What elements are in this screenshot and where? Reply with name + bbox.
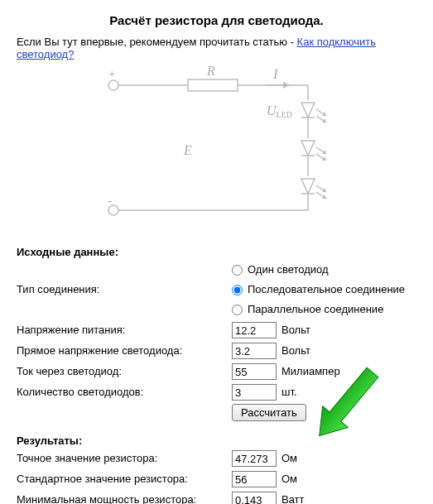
supply-voltage-unit: Вольт <box>281 321 310 339</box>
led-current-label: Ток через светодиод: <box>17 362 232 381</box>
inputs-heading: Исходные данные: <box>17 246 416 258</box>
svg-point-0 <box>108 80 118 90</box>
page-title: Расчёт резистора для светодиода. <box>17 13 416 27</box>
forward-voltage-label: Прямое напряжение светодиода: <box>17 342 232 360</box>
std-resistor-output[interactable] <box>232 471 277 487</box>
minus-terminal-label: - <box>108 194 112 207</box>
exact-resistor-label: Точное значение резистора: <box>17 449 232 468</box>
exact-resistor-unit: Ом <box>281 449 297 468</box>
resistor-label: R <box>206 65 215 78</box>
min-power-label: Минимальная мощность резистора: <box>17 491 232 504</box>
connection-radio-parallel[interactable] <box>232 305 243 315</box>
led-count-label: Количество светодиодов: <box>17 383 232 401</box>
uled-label: ULED <box>267 103 292 119</box>
connection-radio-series[interactable] <box>232 285 243 295</box>
emf-label: E <box>183 143 192 157</box>
exact-resistor-output[interactable] <box>232 450 277 467</box>
svg-marker-21 <box>301 179 315 194</box>
supply-voltage-input[interactable] <box>232 322 277 338</box>
forward-voltage-input[interactable] <box>232 343 277 359</box>
led-current-input[interactable] <box>232 363 277 380</box>
svg-marker-6 <box>283 82 290 89</box>
results-heading: Результаты: <box>17 434 416 447</box>
connection-label: Тип соединения: <box>17 281 232 299</box>
connection-radio-single-label: Один светодиод <box>248 261 329 279</box>
calculate-button[interactable]: Рассчитать <box>232 404 306 421</box>
svg-marker-7 <box>301 103 315 118</box>
std-resistor-label: Стандартное значение резистора: <box>17 470 232 488</box>
supply-voltage-label: Напряжение питания: <box>17 321 232 339</box>
svg-marker-14 <box>301 141 315 156</box>
svg-rect-2 <box>188 79 238 91</box>
forward-voltage-unit: Вольт <box>281 342 310 360</box>
led-current-unit: Милиампер <box>281 362 340 381</box>
circuit-diagram: + - R I E ULED <box>17 65 416 223</box>
connection-radio-series-label: Последовательное соединение <box>248 281 405 299</box>
min-power-unit: Ватт <box>281 491 305 504</box>
min-power-output[interactable] <box>232 492 277 504</box>
intro-prefix: Если Вы тут впервые, рекомендуем прочита… <box>17 36 297 48</box>
current-label: I <box>272 67 278 81</box>
connection-radio-parallel-label: Параллельное соединение <box>248 300 383 319</box>
std-resistor-unit: Ом <box>281 470 297 488</box>
plus-terminal-label: + <box>108 67 116 80</box>
led-count-unit: шт. <box>281 383 297 401</box>
intro-text: Если Вы тут впервые, рекомендуем прочита… <box>17 36 416 60</box>
connection-radio-group: Один светодиод Последовательное соединен… <box>232 261 405 319</box>
connection-radio-single[interactable] <box>232 265 243 276</box>
led-count-input[interactable] <box>232 384 277 401</box>
